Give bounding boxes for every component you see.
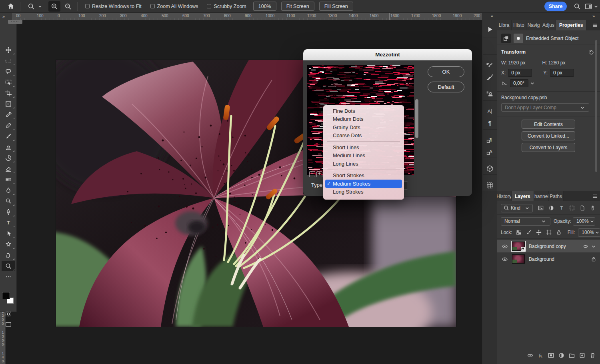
layers-tab-paths[interactable]: Paths (549, 191, 564, 201)
preview-scrollbar[interactable] (415, 65, 419, 175)
convert-to-layers-button[interactable]: Convert to Layers (522, 143, 575, 152)
x-input[interactable]: 0 px (508, 69, 532, 77)
smart-filters-icon[interactable] (582, 243, 589, 250)
frame-tool[interactable] (2, 99, 15, 109)
home-icon[interactable] (5, 1, 17, 12)
lasso-tool[interactable] (2, 66, 15, 77)
menu-item-long-lines[interactable]: Long Lines (325, 160, 402, 168)
properties-tab-properties[interactable]: Properties (556, 20, 586, 30)
scrollbar-thumb[interactable] (415, 99, 418, 138)
horizontal-ruler[interactable]: 0010001002003004005006007008009001000110… (12, 13, 482, 20)
mask-icon[interactable] (548, 352, 554, 359)
search-icon[interactable] (571, 1, 583, 12)
chevron-down-icon[interactable] (593, 1, 599, 12)
opacity-dropdown[interactable]: 100% (573, 217, 595, 226)
panel-dock-character-styles-icon[interactable]: A (484, 146, 496, 158)
fit-screen-button[interactable]: Fit Screen (281, 2, 314, 11)
adjustment-icon[interactable] (558, 352, 565, 359)
rectangular-marquee-tool[interactable] (2, 56, 15, 66)
group-icon[interactable] (568, 352, 575, 359)
zoom-all-windows-checkbox[interactable]: Zoom All Windows (150, 4, 198, 9)
properties-scrollbar[interactable] (595, 40, 597, 172)
panel-dock-patterns-icon[interactable] (484, 179, 496, 191)
panel-dock-character-icon[interactable]: A (484, 105, 496, 117)
convert-to-linked-button[interactable]: Convert to Linked... (522, 131, 575, 140)
layer-comp-dropdown[interactable]: Don't Apply Layer Comp (501, 103, 589, 112)
shape-filter-icon[interactable] (569, 205, 575, 211)
panel-dock-brushes-icon[interactable] (484, 71, 496, 83)
default-button[interactable]: Default (428, 82, 464, 92)
menu-item-long-strokes[interactable]: Long Strokes (325, 188, 402, 196)
reset-transform-icon[interactable] (588, 49, 594, 55)
blend-mode-dropdown[interactable]: Normal (501, 217, 550, 226)
resize-windows-checkbox[interactable]: Resize Windows to Fit (85, 4, 142, 9)
properties-tab-adjus[interactable]: Adjus (541, 20, 556, 30)
artboard-icon[interactable] (546, 229, 552, 236)
panel-dock-materials-icon[interactable] (484, 162, 496, 174)
preview-zoom-out-button[interactable]: − (309, 171, 315, 177)
panel-dock-actions-icon[interactable] (484, 23, 496, 35)
path-selection-tool[interactable] (2, 228, 15, 239)
eye-icon[interactable] (502, 256, 508, 262)
expand-dock-icon[interactable]: » (592, 14, 595, 18)
filter-toggle-icon[interactable] (590, 205, 596, 211)
zoom-tool-icon[interactable] (24, 1, 44, 12)
chevron-down-icon[interactable] (590, 243, 597, 250)
checker-icon[interactable] (516, 229, 522, 236)
dialog-title[interactable]: Mezzotint (303, 49, 472, 60)
menu-item-coarse-dots[interactable]: Coarse Dots (325, 132, 402, 140)
eyedropper-tool[interactable] (2, 110, 15, 120)
properties-tab-libra[interactable]: Libra (497, 20, 512, 30)
preview-zoom-in-button[interactable]: + (316, 171, 322, 177)
layers-tab-channels[interactable]: Channels (534, 191, 549, 201)
layers-tab-history[interactable]: History (497, 191, 512, 201)
brush-tool[interactable] (2, 131, 15, 142)
blur-tool[interactable] (2, 185, 15, 196)
smart-object-icon[interactable] (501, 34, 511, 43)
panel-dock-paragraph-icon[interactable]: ¶ (484, 117, 496, 129)
fill-dropdown[interactable]: 100% (578, 228, 600, 237)
hand-tool[interactable] (2, 250, 15, 260)
custom-shape-tool[interactable] (2, 239, 15, 250)
brush-icon[interactable] (526, 229, 532, 236)
edit-contents-button[interactable]: Edit Contents (522, 120, 575, 129)
type-filter-icon[interactable]: T (558, 205, 565, 211)
menu-item-medium-dots[interactable]: Medium Dots (325, 115, 402, 124)
screen-mode-button[interactable] (2, 319, 15, 330)
more-tools-tool[interactable] (2, 272, 15, 282)
adjustment-filter-icon[interactable] (548, 205, 554, 211)
menu-item-medium-strokes[interactable]: ✓Medium Strokes (325, 180, 402, 188)
y-input[interactable]: 0 px (550, 69, 574, 77)
pixel-filter-icon[interactable] (538, 205, 544, 211)
zoom-100-button[interactable]: 100% (253, 2, 276, 11)
toolbar-expand-chevrons[interactable]: » (0, 13, 12, 20)
menu-item-medium-lines[interactable]: Medium Lines (325, 152, 402, 160)
panel-dock-paragraph-styles-icon[interactable]: ¶ (484, 134, 496, 146)
share-button[interactable]: Share (544, 2, 567, 11)
angle-chevron-icon[interactable] (529, 80, 536, 86)
link-icon[interactable] (527, 352, 534, 359)
panel-menu-icon[interactable] (590, 20, 600, 30)
zoom-in-button[interactable] (48, 1, 60, 12)
panel-dock-clone-source-icon[interactable] (484, 88, 496, 100)
pen-tool[interactable] (2, 207, 15, 217)
panel-menu-icon[interactable] (590, 191, 600, 201)
layer-row-background-copy[interactable]: Background copy (497, 240, 600, 252)
new-layer-icon[interactable] (579, 352, 586, 359)
layer-thumbnail[interactable] (512, 254, 525, 264)
object-selection-tool[interactable] (2, 77, 15, 88)
history-brush-tool[interactable] (2, 153, 15, 163)
layers-tab-layers[interactable]: Layers (512, 191, 534, 201)
menu-item-grainy-dots[interactable]: Grainy Dots (325, 123, 402, 132)
spot-healing-tool[interactable] (2, 120, 15, 131)
type-tool[interactable]: T (2, 218, 15, 228)
zoom-out-button[interactable] (62, 1, 74, 12)
move-icon[interactable] (536, 229, 542, 236)
dodge-tool[interactable] (2, 196, 15, 206)
eye-icon[interactable] (502, 243, 508, 250)
delete-icon[interactable] (589, 352, 596, 359)
menu-item-short-strokes[interactable]: Short Strokes (325, 172, 402, 180)
fx-icon[interactable]: fx (537, 352, 544, 359)
collapse-dock-icon[interactable]: « (491, 14, 493, 18)
menu-item-short-lines[interactable]: Short Lines (325, 143, 402, 152)
